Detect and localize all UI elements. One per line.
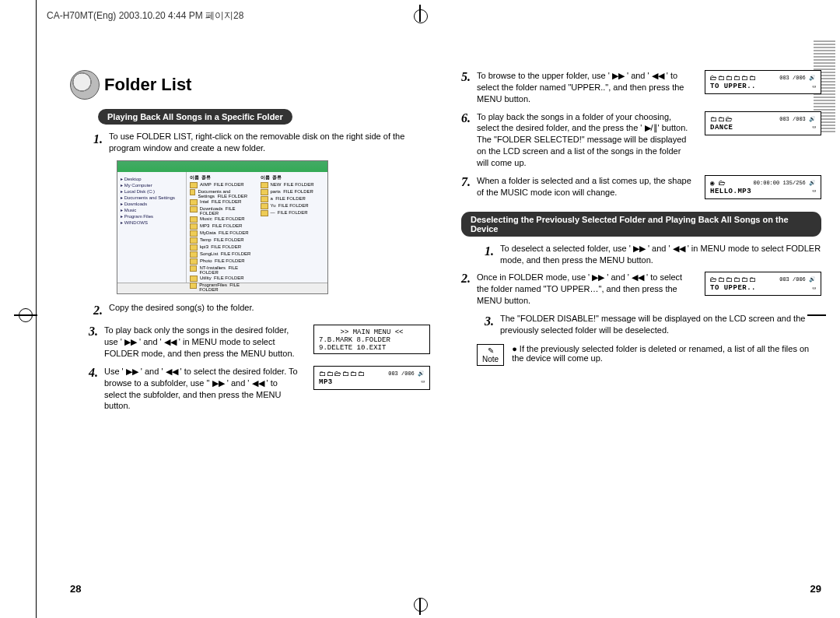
page-title: Folder List — [104, 75, 191, 95]
step-number: 2. — [461, 272, 471, 307]
step-text: To browse to the upper folder, use ' ▶▶ … — [477, 70, 692, 105]
step-text: The "FOLDER DISABLE!" message will be di… — [500, 313, 821, 336]
lcd-dance: 🗀🗀🗁003 /003 🔊 DANCE▭ — [705, 111, 821, 135]
page-number: 29 — [810, 583, 821, 595]
crop-mark-top — [404, 5, 436, 23]
step-number: 6. — [461, 111, 471, 169]
page-right: 5. To browse to the upper folder, use ' … — [461, 70, 821, 595]
section-heading-2: Deselecting the Previously Selected Fold… — [461, 212, 821, 237]
lcd-hello: ◉ 🗁00:00:00 135/256 🔊 HELLO.MP3▭ — [705, 175, 821, 199]
step-text: To play back only the songs in the desir… — [104, 325, 301, 360]
lcd-upper-2: 🗁🗀🗀🗀🗀🗀003 /006 🔊 TO UPPER..▭ — [705, 272, 821, 296]
lcd-main-menu: >> MAIN MENU << 7.B.MARK 8.FOLDER 9.DELE… — [313, 325, 430, 354]
note-box: ✎ Note — [477, 344, 504, 366]
step-text: When a folder is selected and a list com… — [477, 175, 692, 198]
step-text: To deselect a selected folder, use ' ▶▶ … — [500, 243, 821, 266]
step-number: 1 — [89, 131, 103, 148]
note-label: Note — [482, 355, 499, 363]
step-number: 7. — [461, 175, 471, 198]
lcd-mp3: 🗀🗀🗁🗀🗀🗀003 /006 🔊 MP3▭ — [313, 366, 430, 390]
step-text: Once in FOLDER mode, use ' ▶▶ ' and ' ◀◀… — [477, 272, 692, 307]
step-text: To play back the songs in a folder of yo… — [477, 111, 692, 169]
lcd-upper: 🗁🗀🗀🗀🗀🗀003 /006 🔊 TO UPPER..▭ — [705, 70, 821, 94]
disc-icon — [70, 70, 100, 100]
crop-mark-left — [14, 304, 37, 327]
section-heading-1: Playing Back All Songs in a Specific Fol… — [98, 109, 292, 125]
step-number: 3. — [89, 325, 98, 360]
step-text: Copy the desired song(s) to the folder. — [109, 302, 430, 314]
page-number: 28 — [70, 583, 81, 595]
step-number: 1 — [480, 243, 494, 260]
page-left: Folder List Playing Back All Songs in a … — [70, 70, 430, 595]
step-text: To use FOLDER LIST, right-click on the r… — [109, 131, 430, 154]
crop-mark-bottom — [404, 596, 436, 615]
note-icon: ✎ — [482, 346, 499, 355]
explorer-screenshot: ▸ Desktop ▸ My Computer ▸ Local Disk (C:… — [117, 160, 328, 294]
step-number: 4. — [89, 366, 98, 412]
step-number: 5. — [461, 70, 471, 105]
note-text: ● If the previously selected folder is d… — [512, 344, 821, 363]
step-number: 3 — [480, 313, 494, 330]
step-text: Use ' ▶▶ ' and ' ◀◀ ' to select the desi… — [104, 366, 301, 412]
step-number: 2 — [89, 302, 103, 319]
document-header: CA-H70MT(Eng) 2003.10.20 4:44 PM 페이지28 — [47, 9, 243, 23]
